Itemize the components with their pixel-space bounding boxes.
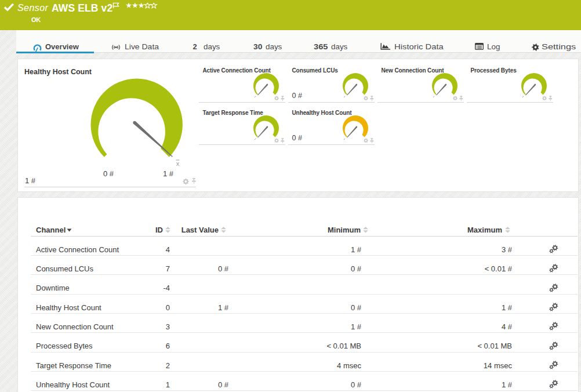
svg-text:x: x [176, 160, 180, 167]
